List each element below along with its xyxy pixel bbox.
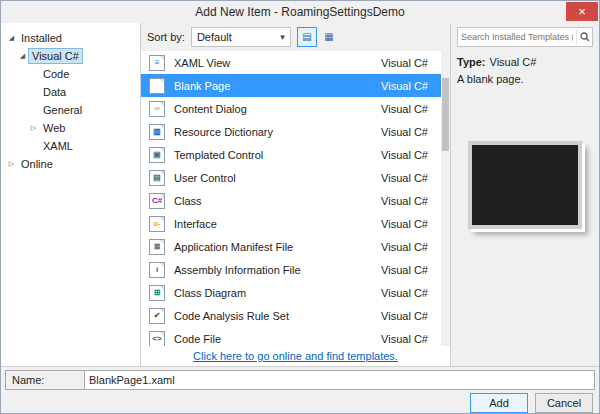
name-row: Name: [5, 370, 595, 390]
button-row: Add Cancel [5, 393, 595, 413]
sort-dropdown[interactable]: Default ▾ [191, 27, 291, 47]
template-language: Visual C# [381, 80, 428, 92]
template-name: User Control [174, 172, 381, 184]
template-language: Visual C# [381, 264, 428, 276]
template-name: XAML View [174, 57, 381, 69]
template-language: Visual C# [381, 218, 428, 230]
xaml-view-icon: ≡ [149, 55, 165, 71]
list-view-button[interactable]: ▤ [297, 27, 317, 47]
template-name: Content Dialog [174, 103, 381, 115]
expander-icon[interactable]: ▷ [27, 124, 40, 132]
scrollbar[interactable] [441, 51, 450, 346]
templates-pane: Sort by: Default ▾ ▤▦ ≡ XAML View Visual… [141, 23, 451, 366]
sidebar-item-visual-csharp[interactable]: ◢ Visual C# [1, 47, 140, 65]
online-link-row: Click here to go online and find templat… [141, 346, 450, 366]
search-input[interactable] [458, 32, 576, 42]
template-name: Resource Dictionary [174, 126, 381, 138]
sidebar-item-online[interactable]: ▷ Online [1, 155, 140, 173]
dialog-body: ◢ Installed ◢ Visual C# Code Data Genera… [1, 23, 599, 366]
type-label: Type: [457, 56, 486, 68]
template-row[interactable]: ≣ Application Manifest File Visual C# [141, 235, 450, 258]
interface-icon: o- [149, 216, 165, 232]
template-language: Visual C# [381, 103, 428, 115]
blank-page-icon [149, 78, 165, 94]
name-label: Name: [5, 370, 85, 390]
template-row[interactable]: <> Code File Visual C# [141, 327, 450, 346]
template-name: Code Analysis Rule Set [174, 310, 381, 322]
sidebar-item-label: Data [40, 85, 69, 99]
template-language: Visual C# [381, 149, 428, 161]
templated-control-icon: ▣ [149, 147, 165, 163]
icons-view-button[interactable]: ▦ [319, 27, 339, 47]
template-name: Class [174, 195, 381, 207]
template-name: Templated Control [174, 149, 381, 161]
close-button[interactable]: × [566, 2, 598, 21]
template-name: Interface [174, 218, 381, 230]
content-dialog-icon: ▫▫ [149, 101, 165, 117]
window-title: Add New Item - RoamingSettingsDemo [195, 5, 404, 19]
category-pane: ◢ Installed ◢ Visual C# Code Data Genera… [1, 23, 141, 366]
expander-icon[interactable]: ▷ [5, 160, 18, 168]
template-name: Assembly Information File [174, 264, 381, 276]
template-row[interactable]: ▣ Templated Control Visual C# [141, 143, 450, 166]
user-control-icon: ▤ [149, 170, 165, 186]
template-language: Visual C# [381, 333, 428, 345]
template-preview [457, 141, 593, 229]
template-name: Code File [174, 333, 381, 345]
code-analysis-rule-set-icon: ✔ [149, 308, 165, 324]
cancel-button[interactable]: Cancel [535, 393, 593, 413]
chevron-down-icon: ▾ [275, 32, 290, 42]
sidebar-item-label: General [40, 103, 85, 117]
code-file-icon: <> [149, 331, 165, 347]
template-row[interactable]: i Assembly Information File Visual C# [141, 258, 450, 281]
template-row[interactable]: ⊞ Class Diagram Visual C# [141, 281, 450, 304]
sortbar: Sort by: Default ▾ ▤▦ [141, 23, 450, 51]
name-input[interactable] [85, 370, 595, 390]
sidebar-item-code[interactable]: Code [1, 65, 140, 83]
titlebar: Add New Item - RoamingSettingsDemo × [1, 1, 599, 23]
details-pane: Type:Visual C# A blank page. [451, 23, 599, 366]
sidebar-item-data[interactable]: Data [1, 83, 140, 101]
type-value: Visual C# [490, 56, 537, 68]
sort-dropdown-value: Default [192, 31, 275, 43]
sidebar-item-xaml[interactable]: XAML [1, 137, 140, 155]
template-language: Visual C# [381, 310, 428, 322]
add-button[interactable]: Add [470, 393, 528, 413]
template-row[interactable]: C# Class Visual C# [141, 189, 450, 212]
sidebar-item-label: Code [40, 67, 72, 81]
footer: Name: Add Cancel [1, 366, 599, 413]
view-buttons: ▤▦ [297, 27, 339, 47]
resource-dictionary-icon: ▥ [149, 124, 165, 140]
template-list: ≡ XAML View Visual C# Blank Page Visual … [141, 51, 450, 346]
template-language: Visual C# [381, 57, 428, 69]
sidebar-item-label: XAML [40, 139, 76, 153]
template-row[interactable]: o- Interface Visual C# [141, 212, 450, 235]
add-new-item-dialog: Add New Item - RoamingSettingsDemo × ◢ I… [0, 0, 600, 414]
class-diagram-icon: ⊞ [149, 285, 165, 301]
type-line: Type:Visual C# [457, 56, 593, 68]
preview-image [468, 141, 582, 229]
category-tree: ◢ Installed ◢ Visual C# Code Data Genera… [1, 29, 140, 173]
sidebar-item-label: Online [18, 157, 56, 171]
template-row[interactable]: ✔ Code Analysis Rule Set Visual C# [141, 304, 450, 327]
template-row[interactable]: ≡ XAML View Visual C# [141, 51, 450, 74]
template-language: Visual C# [381, 126, 428, 138]
online-templates-link[interactable]: Click here to go online and find templat… [193, 350, 398, 362]
template-row[interactable]: ▫▫ Content Dialog Visual C# [141, 97, 450, 120]
template-description: A blank page. [457, 73, 593, 85]
expander-icon[interactable]: ◢ [16, 52, 29, 60]
template-language: Visual C# [381, 172, 428, 184]
sidebar-item-installed[interactable]: ◢ Installed [1, 29, 140, 47]
template-language: Visual C# [381, 287, 428, 299]
sidebar-item-general[interactable]: General [1, 101, 140, 119]
expander-icon[interactable]: ◢ [5, 34, 18, 42]
search-icon[interactable] [576, 30, 592, 44]
sidebar-item-web[interactable]: ▷ Web [1, 119, 140, 137]
template-language: Visual C# [381, 195, 428, 207]
template-row[interactable]: ▤ User Control Visual C# [141, 166, 450, 189]
class-icon: C# [149, 193, 165, 209]
template-row[interactable]: Blank Page Visual C# [141, 74, 450, 97]
template-row[interactable]: ▥ Resource Dictionary Visual C# [141, 120, 450, 143]
scrollbar-thumb[interactable] [442, 78, 449, 152]
sidebar-item-label: Visual C# [29, 49, 82, 63]
